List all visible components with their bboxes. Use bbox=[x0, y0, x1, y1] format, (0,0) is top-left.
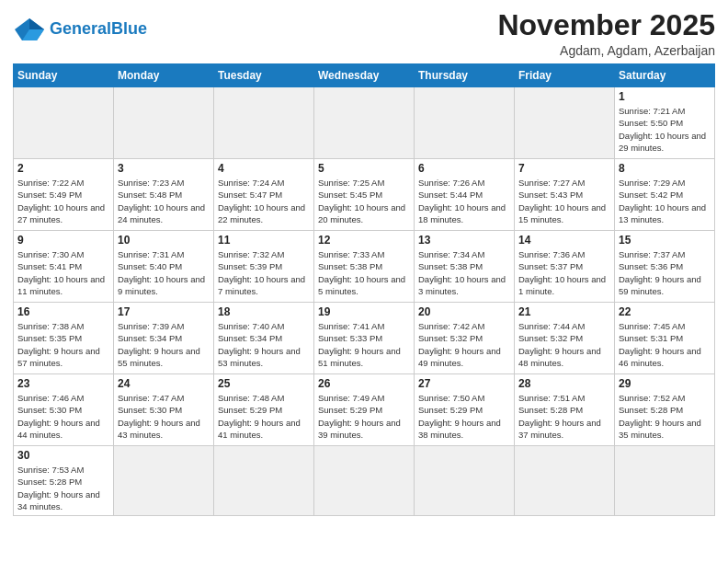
day-info: Sunrise: 7:52 AM Sunset: 5:28 PM Dayligh… bbox=[619, 392, 711, 441]
day-info: Sunrise: 7:23 AM Sunset: 5:48 PM Dayligh… bbox=[118, 177, 210, 225]
weekday-thursday: Thursday bbox=[415, 64, 515, 87]
day-number: 25 bbox=[218, 377, 310, 390]
day-cell bbox=[314, 446, 415, 516]
logo-text: GeneralBlue bbox=[50, 20, 147, 39]
day-cell: 9Sunrise: 7:30 AM Sunset: 5:41 PM Daylig… bbox=[14, 231, 114, 303]
day-cell: 6Sunrise: 7:26 AM Sunset: 5:44 PM Daylig… bbox=[415, 159, 515, 231]
day-number: 15 bbox=[619, 234, 711, 247]
day-cell bbox=[314, 87, 415, 159]
day-info: Sunrise: 7:41 AM Sunset: 5:33 PM Dayligh… bbox=[318, 320, 410, 369]
day-cell bbox=[415, 446, 515, 516]
day-number: 22 bbox=[619, 305, 711, 318]
day-info: Sunrise: 7:36 AM Sunset: 5:37 PM Dayligh… bbox=[518, 248, 610, 297]
day-number: 11 bbox=[218, 234, 310, 247]
day-number: 12 bbox=[318, 234, 410, 247]
day-cell: 13Sunrise: 7:34 AM Sunset: 5:38 PM Dayli… bbox=[415, 231, 515, 303]
day-cell: 7Sunrise: 7:27 AM Sunset: 5:43 PM Daylig… bbox=[515, 159, 615, 231]
weekday-tuesday: Tuesday bbox=[214, 64, 314, 87]
weekday-sunday: Sunday bbox=[14, 64, 114, 87]
day-info: Sunrise: 7:50 AM Sunset: 5:29 PM Dayligh… bbox=[418, 392, 510, 441]
day-number: 23 bbox=[17, 377, 109, 390]
day-cell: 30Sunrise: 7:53 AM Sunset: 5:28 PM Dayli… bbox=[14, 446, 114, 516]
day-info: Sunrise: 7:38 AM Sunset: 5:35 PM Dayligh… bbox=[17, 320, 109, 369]
day-cell: 20Sunrise: 7:42 AM Sunset: 5:32 PM Dayli… bbox=[415, 303, 515, 374]
day-number: 19 bbox=[318, 305, 410, 318]
day-cell: 12Sunrise: 7:33 AM Sunset: 5:38 PM Dayli… bbox=[314, 231, 415, 303]
day-cell: 8Sunrise: 7:29 AM Sunset: 5:42 PM Daylig… bbox=[615, 159, 715, 231]
day-info: Sunrise: 7:40 AM Sunset: 5:34 PM Dayligh… bbox=[218, 320, 310, 369]
month-title: November 2025 bbox=[497, 9, 715, 41]
logo-icon bbox=[13, 17, 46, 42]
day-info: Sunrise: 7:30 AM Sunset: 5:41 PM Dayligh… bbox=[17, 248, 109, 297]
calendar: SundayMondayTuesdayWednesdayThursdayFrid… bbox=[13, 63, 715, 516]
day-cell: 16Sunrise: 7:38 AM Sunset: 5:35 PM Dayli… bbox=[14, 303, 114, 374]
weekday-wednesday: Wednesday bbox=[314, 64, 415, 87]
day-cell bbox=[14, 87, 114, 159]
weekday-friday: Friday bbox=[515, 64, 615, 87]
day-number: 13 bbox=[418, 234, 510, 247]
day-number: 24 bbox=[118, 377, 210, 390]
week-row-4: 16Sunrise: 7:38 AM Sunset: 5:35 PM Dayli… bbox=[14, 303, 715, 374]
day-cell: 19Sunrise: 7:41 AM Sunset: 5:33 PM Dayli… bbox=[314, 303, 415, 374]
day-cell: 23Sunrise: 7:46 AM Sunset: 5:30 PM Dayli… bbox=[14, 374, 114, 446]
day-cell: 10Sunrise: 7:31 AM Sunset: 5:40 PM Dayli… bbox=[114, 231, 214, 303]
day-info: Sunrise: 7:22 AM Sunset: 5:49 PM Dayligh… bbox=[17, 177, 109, 225]
day-number: 17 bbox=[118, 305, 210, 318]
day-number: 8 bbox=[619, 162, 711, 175]
day-info: Sunrise: 7:24 AM Sunset: 5:47 PM Dayligh… bbox=[218, 177, 310, 225]
day-cell: 29Sunrise: 7:52 AM Sunset: 5:28 PM Dayli… bbox=[615, 374, 715, 446]
day-info: Sunrise: 7:37 AM Sunset: 5:36 PM Dayligh… bbox=[619, 248, 711, 297]
day-info: Sunrise: 7:33 AM Sunset: 5:38 PM Dayligh… bbox=[318, 248, 410, 297]
day-cell: 27Sunrise: 7:50 AM Sunset: 5:29 PM Dayli… bbox=[415, 374, 515, 446]
day-cell: 11Sunrise: 7:32 AM Sunset: 5:39 PM Dayli… bbox=[214, 231, 314, 303]
weekday-monday: Monday bbox=[114, 64, 214, 87]
day-cell: 24Sunrise: 7:47 AM Sunset: 5:30 PM Dayli… bbox=[114, 374, 214, 446]
week-row-6: 30Sunrise: 7:53 AM Sunset: 5:28 PM Dayli… bbox=[14, 446, 715, 516]
day-info: Sunrise: 7:42 AM Sunset: 5:32 PM Dayligh… bbox=[418, 320, 510, 369]
header: GeneralBlue November 2025 Agdam, Agdam, … bbox=[13, 9, 715, 58]
day-number: 29 bbox=[619, 377, 711, 390]
day-number: 10 bbox=[118, 234, 210, 247]
day-number: 26 bbox=[318, 377, 410, 390]
day-cell: 28Sunrise: 7:51 AM Sunset: 5:28 PM Dayli… bbox=[515, 374, 615, 446]
day-cell bbox=[615, 446, 715, 516]
day-cell: 4Sunrise: 7:24 AM Sunset: 5:47 PM Daylig… bbox=[214, 159, 314, 231]
day-info: Sunrise: 7:34 AM Sunset: 5:38 PM Dayligh… bbox=[418, 248, 510, 297]
day-info: Sunrise: 7:32 AM Sunset: 5:39 PM Dayligh… bbox=[218, 248, 310, 297]
day-cell: 15Sunrise: 7:37 AM Sunset: 5:36 PM Dayli… bbox=[615, 231, 715, 303]
day-number: 6 bbox=[418, 162, 510, 175]
day-info: Sunrise: 7:39 AM Sunset: 5:34 PM Dayligh… bbox=[118, 320, 210, 369]
day-cell: 1Sunrise: 7:21 AM Sunset: 5:50 PM Daylig… bbox=[615, 87, 715, 159]
day-info: Sunrise: 7:44 AM Sunset: 5:32 PM Dayligh… bbox=[518, 320, 610, 369]
day-info: Sunrise: 7:26 AM Sunset: 5:44 PM Dayligh… bbox=[418, 177, 510, 225]
day-cell: 2Sunrise: 7:22 AM Sunset: 5:49 PM Daylig… bbox=[14, 159, 114, 231]
day-number: 21 bbox=[518, 305, 610, 318]
day-number: 14 bbox=[518, 234, 610, 247]
day-cell bbox=[515, 446, 615, 516]
week-row-5: 23Sunrise: 7:46 AM Sunset: 5:30 PM Dayli… bbox=[14, 374, 715, 446]
day-info: Sunrise: 7:27 AM Sunset: 5:43 PM Dayligh… bbox=[518, 177, 610, 225]
day-number: 1 bbox=[619, 90, 711, 103]
day-cell: 22Sunrise: 7:45 AM Sunset: 5:31 PM Dayli… bbox=[615, 303, 715, 374]
day-number: 9 bbox=[17, 234, 109, 247]
day-info: Sunrise: 7:21 AM Sunset: 5:50 PM Dayligh… bbox=[619, 105, 711, 154]
weekday-saturday: Saturday bbox=[615, 64, 715, 87]
day-cell: 5Sunrise: 7:25 AM Sunset: 5:45 PM Daylig… bbox=[314, 159, 415, 231]
day-number: 16 bbox=[17, 305, 109, 318]
day-number: 20 bbox=[418, 305, 510, 318]
day-info: Sunrise: 7:49 AM Sunset: 5:29 PM Dayligh… bbox=[318, 392, 410, 441]
day-info: Sunrise: 7:31 AM Sunset: 5:40 PM Dayligh… bbox=[118, 248, 210, 297]
day-number: 30 bbox=[17, 449, 109, 462]
day-cell: 17Sunrise: 7:39 AM Sunset: 5:34 PM Dayli… bbox=[114, 303, 214, 374]
week-row-1: 1Sunrise: 7:21 AM Sunset: 5:50 PM Daylig… bbox=[14, 87, 715, 159]
day-number: 27 bbox=[418, 377, 510, 390]
day-cell: 26Sunrise: 7:49 AM Sunset: 5:29 PM Dayli… bbox=[314, 374, 415, 446]
day-info: Sunrise: 7:51 AM Sunset: 5:28 PM Dayligh… bbox=[518, 392, 610, 441]
week-row-3: 9Sunrise: 7:30 AM Sunset: 5:41 PM Daylig… bbox=[14, 231, 715, 303]
day-number: 4 bbox=[218, 162, 310, 175]
day-info: Sunrise: 7:46 AM Sunset: 5:30 PM Dayligh… bbox=[17, 392, 109, 441]
day-info: Sunrise: 7:47 AM Sunset: 5:30 PM Dayligh… bbox=[118, 392, 210, 441]
day-cell bbox=[415, 87, 515, 159]
day-cell: 3Sunrise: 7:23 AM Sunset: 5:48 PM Daylig… bbox=[114, 159, 214, 231]
day-number: 7 bbox=[518, 162, 610, 175]
